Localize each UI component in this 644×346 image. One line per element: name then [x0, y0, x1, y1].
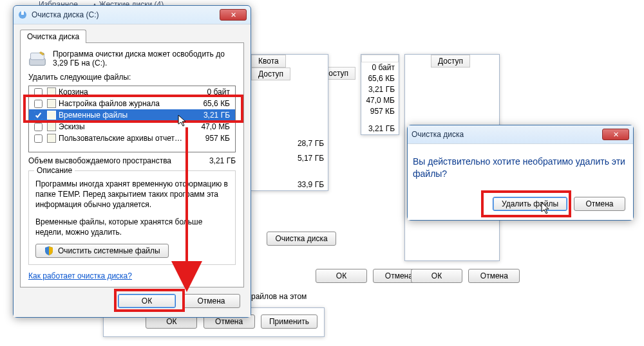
bg-window-mid: Квота Доступ 28,7 ГБ 5,17 ГБ 33,9 ГБ	[251, 54, 328, 191]
disk-cleanup-icon	[17, 10, 28, 20]
how-cleanup-works-link[interactable]: Как работает очистка диска?	[28, 271, 132, 280]
list-item-temp-files[interactable]: Временные файлы 3,21 ГБ	[29, 109, 235, 121]
checkbox-user-reports[interactable]	[34, 134, 43, 143]
file-list[interactable]: Корзина 0 байт Настройка файлов журнала …	[28, 86, 236, 152]
description-p1: Программы иногда хранят временную отформ…	[35, 179, 229, 210]
drive-icon	[28, 50, 46, 68]
confirm-dialog: Очистка диска ✕ Вы действительно хотите …	[407, 125, 634, 221]
bg-buttons-okcancel-2: ОК Отмена	[411, 269, 520, 283]
file-icon	[47, 122, 56, 131]
list-item-recycle-bin[interactable]: Корзина 0 байт	[29, 86, 235, 98]
freed-space-value: 3,21 ГБ	[209, 156, 236, 165]
list-item-log-setup[interactable]: Настройка файлов журнала 65,6 КБ	[29, 98, 235, 109]
list-item-user-reports[interactable]: Пользовательские архивы отчет… 957 КБ	[29, 132, 235, 144]
tab-disk-cleanup[interactable]: Очистка диска	[20, 30, 86, 43]
file-icon	[47, 99, 56, 108]
window-title: Очистка диска (C:)	[32, 10, 99, 19]
bg-window-sizes: Квота Доступ 0 байт 65,6 КБ 3,21 ГБ 47,0…	[361, 54, 399, 135]
checkbox-thumbnails[interactable]	[34, 123, 43, 131]
bg-buttons-okcancel-1: ОК Отмена	[316, 269, 424, 283]
cancel-button[interactable]: Отмена	[182, 294, 240, 308]
bg-frag-files-on: райлов на этом	[251, 292, 307, 301]
file-icon	[47, 134, 56, 143]
disk-cleanup-window: Очистка диска (C:) ✕ Очистка диска Прогр…	[13, 5, 251, 318]
file-icon	[47, 87, 56, 96]
bg-buttons-mid: Очистка диска	[267, 232, 337, 246]
close-button[interactable]: ✕	[220, 9, 247, 21]
confirm-title: Очистка диска	[412, 130, 464, 139]
delete-files-label: Удалить следующие файлы:	[28, 73, 236, 82]
titlebar[interactable]: Очистка диска (C:) ✕	[14, 6, 251, 24]
svg-rect-1	[21, 11, 24, 15]
file-icon	[47, 111, 56, 120]
confirm-close-button[interactable]: ✕	[602, 129, 629, 140]
freed-space-label: Объем высвобождаемого пространства	[28, 156, 171, 165]
shield-icon	[44, 246, 54, 256]
checkbox-log-setup[interactable]	[34, 100, 43, 108]
description-p2: Временные файлы, которые хранятся больше…	[35, 217, 229, 237]
delete-files-button[interactable]: Удалить файлы	[493, 197, 567, 211]
ok-button[interactable]: ОК	[118, 294, 176, 308]
headline-text: Программа очистки диска может освободить…	[53, 50, 236, 68]
confirm-titlebar[interactable]: Очистка диска ✕	[408, 125, 633, 143]
confirm-cancel-button[interactable]: Отмена	[574, 197, 625, 211]
checkbox-temp-files[interactable]	[34, 111, 43, 120]
checkbox-recycle-bin[interactable]	[34, 88, 43, 96]
list-item-thumbnails[interactable]: Эскизы 47,0 МБ	[29, 121, 235, 132]
clean-system-files-button[interactable]: Очистить системные файлы	[35, 244, 169, 258]
confirm-message: Вы действительно хотите необратимо удали…	[413, 156, 628, 180]
description-title: Описание	[34, 166, 75, 175]
